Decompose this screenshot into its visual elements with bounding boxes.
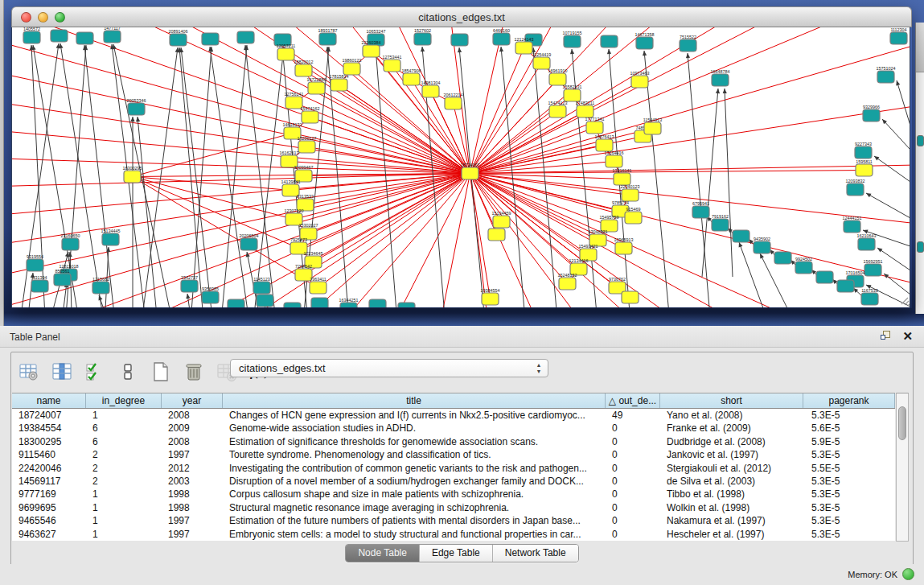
graph-node[interactable] xyxy=(319,33,336,45)
table-select-dropdown[interactable]: citations_edges.txt ▲▼ xyxy=(230,359,548,377)
graph-node[interactable] xyxy=(712,219,729,231)
tab-edge-table[interactable]: Edge Table xyxy=(420,545,493,562)
graph-node[interactable] xyxy=(636,37,653,49)
graph-node[interactable] xyxy=(493,33,510,45)
graph-node[interactable] xyxy=(586,122,603,134)
graph-node[interactable] xyxy=(369,299,386,307)
graph-node[interactable] xyxy=(76,32,93,44)
float-panel-icon[interactable] xyxy=(880,330,893,343)
show-columns-icon[interactable] xyxy=(51,360,73,383)
graph-node[interactable] xyxy=(398,303,415,307)
graph-node[interactable] xyxy=(861,293,878,305)
graph-node[interactable] xyxy=(615,242,632,254)
graph-node[interactable] xyxy=(170,34,187,46)
graph-node[interactable] xyxy=(482,293,499,305)
graph-node[interactable] xyxy=(864,264,881,276)
graph-node[interactable] xyxy=(877,71,894,83)
graph-node[interactable] xyxy=(774,252,791,264)
graph-node[interactable] xyxy=(23,31,40,43)
graph-node[interactable] xyxy=(343,63,360,75)
graph-node[interactable] xyxy=(451,34,468,46)
graph-node[interactable] xyxy=(54,274,71,286)
graph-node[interactable] xyxy=(890,32,907,44)
tab-network-table[interactable]: Network Table xyxy=(493,545,578,562)
column-header-out_de[interactable]: △ out_de... xyxy=(606,393,660,408)
select-rows-icon[interactable] xyxy=(84,360,106,383)
graph-node[interactable] xyxy=(863,109,880,122)
graph-node[interactable] xyxy=(92,282,109,294)
graph-node[interactable] xyxy=(559,278,576,290)
graph-node[interactable] xyxy=(533,57,550,69)
graph-node[interactable] xyxy=(181,280,198,292)
graph-node[interactable] xyxy=(577,105,593,117)
graph-node[interactable] xyxy=(858,238,875,250)
graph-node[interactable] xyxy=(128,103,145,115)
column-header-short[interactable]: short xyxy=(660,393,803,408)
table-vertical-scrollbar[interactable] xyxy=(896,393,909,542)
table-row[interactable]: 911546021997Tourette syndrome. Phenomeno… xyxy=(12,448,895,461)
table-row[interactable]: 2242004622012Investigating the contribut… xyxy=(12,462,895,475)
network-canvas[interactable]: 1405572147711720891406189317871065324715… xyxy=(11,27,910,307)
graph-node[interactable] xyxy=(692,206,709,218)
graph-node[interactable] xyxy=(844,220,860,233)
table-row[interactable]: 946362711997Embryonic stem cells: a mode… xyxy=(12,528,895,541)
column-header-pagerank[interactable]: pagerank xyxy=(803,393,895,408)
graph-node[interactable] xyxy=(625,212,642,224)
graph-node[interactable] xyxy=(733,230,749,242)
node-table[interactable]: namein_degreeyeartitle△ out_de...shortpa… xyxy=(12,393,895,541)
table-row[interactable]: 969969511998Structural magnetic resonanc… xyxy=(12,501,895,514)
network-view-window[interactable]: citations_edges.txt 14055721477117208914… xyxy=(11,6,912,308)
graph-node[interactable] xyxy=(644,122,661,134)
graph-node[interactable] xyxy=(384,60,400,72)
row-height-icon[interactable] xyxy=(117,360,139,383)
graph-node[interactable] xyxy=(363,45,380,57)
graph-node[interactable] xyxy=(331,79,347,91)
graph-node[interactable] xyxy=(445,97,462,109)
graph-node[interactable] xyxy=(493,216,510,228)
memory-status-icon[interactable] xyxy=(902,568,914,580)
graph-node[interactable] xyxy=(847,183,864,196)
column-header-in_degree[interactable]: in_degree xyxy=(86,393,162,408)
table-row[interactable]: 977716911998Corpus callosum shape and si… xyxy=(12,488,895,501)
graph-node[interactable] xyxy=(422,85,439,97)
window-titlebar[interactable]: citations_edges.txt xyxy=(11,6,912,27)
graph-node[interactable] xyxy=(340,303,357,307)
graph-node[interactable] xyxy=(622,189,639,201)
table-row[interactable]: 1872400712008Changes of HCN gene express… xyxy=(12,409,895,422)
graph-node[interactable] xyxy=(855,146,872,159)
graph-node[interactable] xyxy=(51,30,68,42)
graph-node[interactable] xyxy=(257,295,273,307)
table-row[interactable]: 946554611997Estimation of the future num… xyxy=(12,514,895,527)
graph-node[interactable] xyxy=(712,74,729,86)
graph-node[interactable] xyxy=(606,155,622,167)
table-row[interactable]: 1938455462009Genome-wide association stu… xyxy=(12,422,895,435)
graph-node[interactable] xyxy=(837,280,854,292)
graph-node[interactable] xyxy=(253,282,270,294)
graph-node[interactable] xyxy=(308,82,325,94)
graph-node[interactable] xyxy=(228,299,244,307)
graph-node[interactable] xyxy=(27,259,43,271)
graph-node[interactable] xyxy=(202,33,219,45)
graph-node[interactable] xyxy=(795,262,812,274)
scrollbar-thumb[interactable] xyxy=(898,406,906,440)
table-row[interactable]: 1830029562008Estimation of significance … xyxy=(12,435,895,448)
graph-node[interactable] xyxy=(298,141,315,153)
graph-node[interactable] xyxy=(816,271,833,283)
graph-node[interactable] xyxy=(856,164,873,176)
graph-node[interactable] xyxy=(596,139,613,151)
graph-node[interactable] xyxy=(403,73,420,85)
network-graph[interactable]: 1405572147711720891406189317871065324715… xyxy=(12,27,910,307)
graph-node[interactable] xyxy=(310,282,326,294)
graph-node[interactable] xyxy=(680,39,696,51)
table-header-row[interactable]: namein_degreeyeartitle△ out_de...shortpa… xyxy=(12,393,895,409)
graph-node[interactable] xyxy=(124,171,141,183)
column-header-year[interactable]: year xyxy=(162,393,223,408)
create-table-icon[interactable] xyxy=(150,360,172,383)
graph-node[interactable] xyxy=(202,291,219,303)
graph-node[interactable] xyxy=(311,298,328,307)
close-panel-icon[interactable]: ✕ xyxy=(902,330,913,343)
graph-node[interactable] xyxy=(631,76,648,88)
graph-node[interactable] xyxy=(295,64,312,76)
column-header-name[interactable]: name xyxy=(12,393,86,408)
table-options-icon[interactable] xyxy=(18,360,40,383)
